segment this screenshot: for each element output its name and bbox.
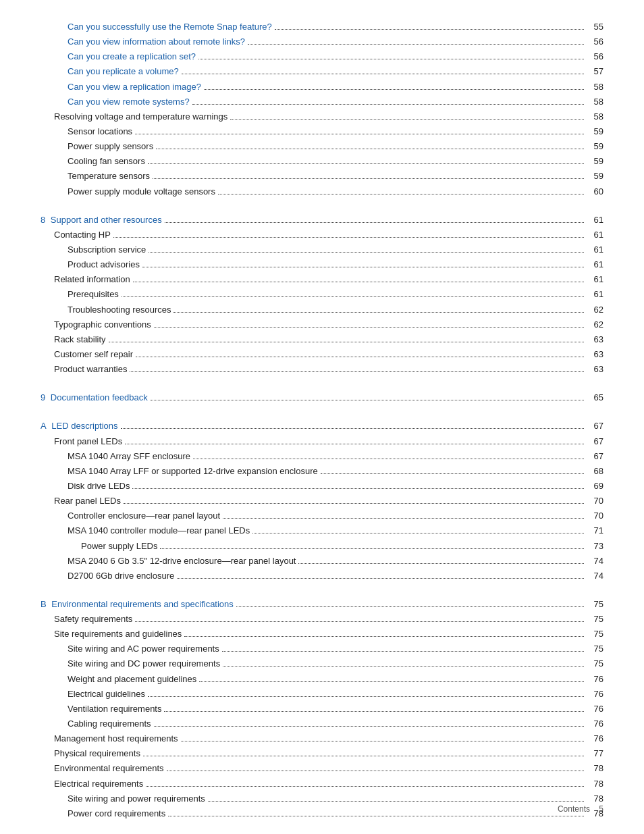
footer-page-number: 5 (599, 804, 603, 814)
toc-entry-disk-drive-leds: Disk drive LEDs 69 (41, 479, 603, 493)
toc-entry-rack-stability: Rack stability 63 (41, 333, 603, 346)
toc-entry-replicate-volume: Can you replicate a volume? 57 (41, 65, 603, 78)
section-8-heading: 8 Support and other resources 61 (41, 213, 603, 227)
toc-entry-typographic-conventions: Typographic conventions 62 (41, 318, 603, 332)
toc-entry-safety-reqs: Safety requirements 75 (41, 613, 603, 626)
toc-entry-remote-snap: Can you successfully use the Remote Snap… (41, 20, 603, 34)
toc-pre-entries: Can you successfully use the Remote Snap… (41, 20, 603, 199)
toc-entry-remote-systems: Can you view remote systems? 58 (41, 95, 603, 109)
section-b-title-link[interactable]: Environmental requirements and specifica… (51, 599, 234, 609)
page-footer: Contents 5 (558, 804, 603, 814)
toc-entry-replication-set: Can you create a replication set? 56 (41, 50, 603, 63)
toc-entry-site-reqs: Site requirements and guidelines 75 (41, 627, 603, 641)
section-a-heading: A LED descriptions 67 (41, 419, 603, 433)
toc-entry-site-wiring-dc: Site wiring and DC power requirements 75 (41, 657, 603, 671)
toc-link-replication-image[interactable]: Can you view a replication image? (68, 82, 201, 92)
toc-entry-power-supply-leds: Power supply LEDs 73 (41, 540, 603, 553)
footer-label: Contents (558, 804, 590, 814)
toc-entry-management-host: Management host requirements 76 (41, 732, 603, 746)
toc-entry-front-panel-leds: Front panel LEDs 67 (41, 435, 603, 448)
toc-entry-product-advisories: Product advisories 61 (41, 258, 603, 271)
section-9-block: 9 Documentation feedback 65 (41, 391, 603, 405)
toc-entry-power-supply-sensors: Power supply sensors 59 (41, 140, 603, 153)
toc-entry-electrical-reqs: Electrical requirements 78 (41, 777, 603, 791)
toc-entry-site-wiring-ac: Site wiring and AC power requirements 75 (41, 642, 603, 656)
toc-entry-electrical-guidelines: Electrical guidelines 76 (41, 687, 603, 701)
section-8-title-link[interactable]: Support and other resources (51, 215, 162, 225)
toc-entry-sensor-locations: Sensor locations 59 (41, 125, 603, 138)
toc-entry-voltage-sensors: Power supply module voltage sensors 60 (41, 185, 603, 199)
toc-entry-msa-1040-rear: MSA 1040 controller module—rear panel LE… (41, 524, 603, 538)
toc-link-remote-systems[interactable]: Can you view remote systems? (68, 97, 190, 107)
toc-entry-related-information: Related information 61 (41, 273, 603, 286)
section-9-title-link[interactable]: Documentation feedback (51, 392, 148, 402)
toc-entry-rear-panel-leds: Rear panel LEDs 70 (41, 494, 603, 508)
toc-link-replication-set[interactable]: Can you create a replication set? (68, 51, 196, 61)
toc-entry-cabling-reqs: Cabling requirements 76 (41, 717, 603, 731)
toc-entry-weight-placement: Weight and placement guidelines 76 (41, 673, 603, 686)
toc-entry-msa-1040-sff: MSA 1040 Array SFF enclosure 67 (41, 450, 603, 463)
toc-entry-troubleshooting-resources: Troubleshooting resources 62 (41, 303, 603, 317)
toc-entry-power-cord: Power cord requirements 78 (41, 807, 603, 820)
toc-entry-subscription-service: Subscription service 61 (41, 243, 603, 257)
toc-entry-physical-reqs: Physical requirements 77 (41, 747, 603, 760)
toc-entry-product-warranties: Product warranties 63 (41, 363, 603, 376)
section-a-block: A LED descriptions 67 Front panel LEDs 6… (41, 419, 603, 583)
toc-entry-remote-links: Can you view information about remote li… (41, 35, 603, 49)
toc-link-remote-links[interactable]: Can you view information about remote li… (68, 36, 245, 47)
toc-entry-resolving-voltage: Resolving voltage and temperature warnin… (41, 110, 603, 124)
section-b-heading: B Environmental requirements and specifi… (41, 598, 603, 611)
toc-link-replicate-volume[interactable]: Can you replicate a volume? (68, 66, 179, 76)
toc-entry-ventilation-reqs: Ventilation requirements 76 (41, 702, 603, 716)
section-b-block: B Environmental requirements and specifi… (41, 598, 603, 820)
toc-entry-environmental-reqs: Environmental requirements 78 (41, 762, 603, 775)
toc-entry-temperature-sensors: Temperature sensors 59 (41, 170, 603, 183)
toc-entry-controller-enclosure: Controller enclosure—rear panel layout 7… (41, 509, 603, 523)
toc-entry-d2700: D2700 6Gb drive enclosure 74 (41, 569, 603, 583)
section-9-heading: 9 Documentation feedback 65 (41, 391, 603, 405)
toc-entry-customer-self-repair: Customer self repair 63 (41, 348, 603, 361)
section-8-block: 8 Support and other resources 61 Contact… (41, 213, 603, 377)
toc-entry-replication-image: Can you view a replication image? 58 (41, 80, 603, 94)
toc-entry-site-wiring-power: Site wiring and power requirements 78 (41, 792, 603, 806)
toc-link-remote-snap[interactable]: Can you successfully use the Remote Snap… (68, 22, 272, 32)
toc-entry-msa-1040-lff: MSA 1040 Array LFF or supported 12-drive… (41, 465, 603, 478)
toc-entry-msa-2040: MSA 2040 6 Gb 3.5" 12-drive enclosure—re… (41, 554, 603, 568)
section-a-title-link[interactable]: LED descriptions (51, 421, 117, 431)
toc-entry-contacting-hp: Contacting HP 61 (41, 228, 603, 242)
toc-entry-cooling-fan-sensors: Cooling fan sensors 59 (41, 155, 603, 168)
toc-entry-prerequisites: Prerequisites 61 (41, 288, 603, 301)
